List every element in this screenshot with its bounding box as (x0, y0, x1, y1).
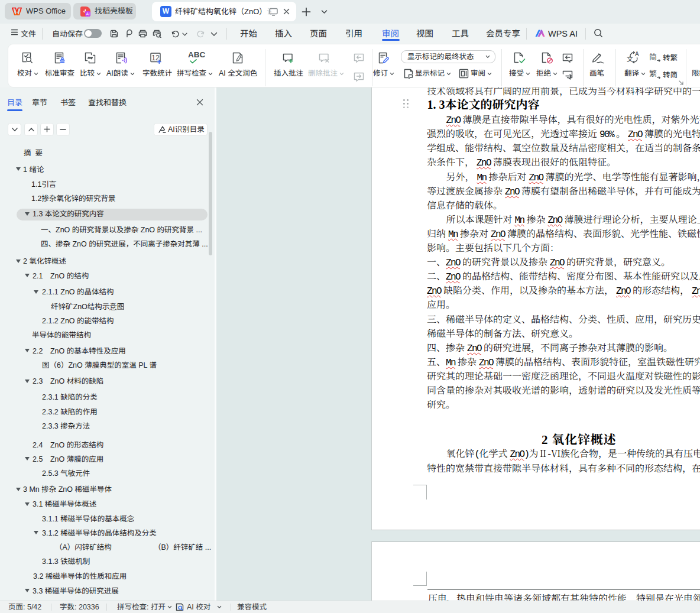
svg-text:繁: 繁 (649, 69, 657, 79)
svg-text:简: 简 (649, 52, 657, 62)
svg-text:12: 12 (151, 54, 160, 62)
svg-text:AI: AI (86, 12, 89, 16)
svg-text:A: A (635, 51, 639, 57)
